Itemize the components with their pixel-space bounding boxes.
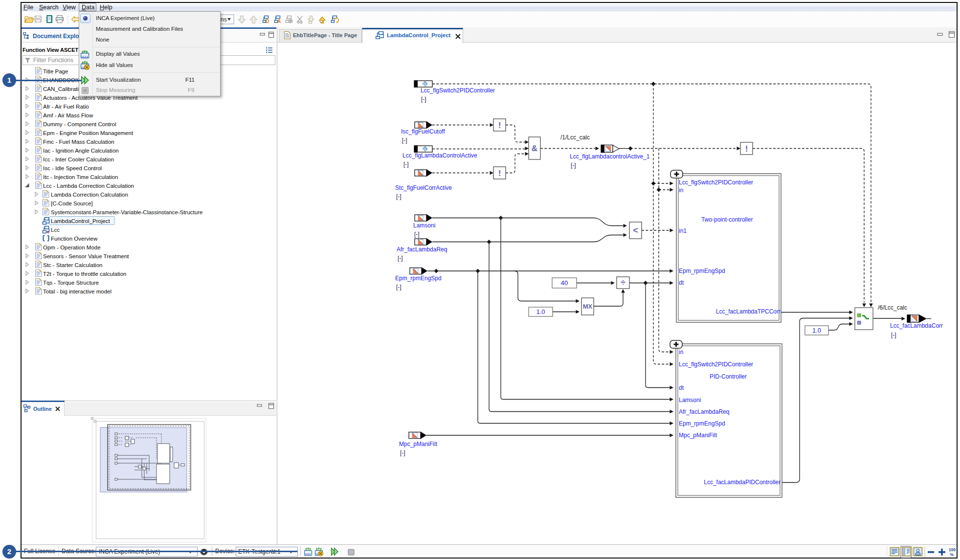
svg-text:Icc - Inter Cooler Calculation: Icc - Inter Cooler Calculation	[43, 157, 114, 162]
svg-text:Dummy - Component Control: Dummy - Component Control	[43, 121, 116, 127]
svg-text:Sensors - Sensor Value Treatme: Sensors - Sensor Value Treatment	[43, 253, 129, 259]
svg-text:[-]: [-]	[571, 162, 576, 169]
svg-text:/6/Lcc_calc: /6/Lcc_calc	[878, 304, 907, 311]
svg-text:Two-point-controller: Two-point-controller	[701, 216, 753, 223]
svg-text:Lambda Correction Calculation: Lambda Correction Calculation	[51, 192, 128, 198]
svg-text:[-]: [-]	[403, 161, 409, 168]
svg-text:Lcc_facLambdaPIDController: Lcc_facLambdaPIDController	[704, 479, 781, 486]
svg-text:dt: dt	[679, 384, 684, 391]
svg-text:[C-Code Source]: [C-Code Source]	[51, 201, 93, 206]
svg-text:Lamsoni: Lamsoni	[413, 222, 435, 229]
svg-text:%: %	[950, 552, 954, 557]
svg-text:Mpc_pManiFilt: Mpc_pManiFilt	[679, 432, 717, 439]
svg-text:Lcc_facLambdaCorr: Lcc_facLambdaCorr	[890, 322, 943, 329]
svg-text:[-]: [-]	[396, 193, 402, 200]
svg-text:Isc_flgFuelCutoff: Isc_flgFuelCutoff	[401, 128, 445, 135]
svg-text:in: in	[679, 349, 683, 356]
svg-text:Opm - Operation Mode: Opm - Operation Mode	[43, 245, 101, 250]
svg-text:Isc - Idle Speed Control: Isc - Idle Speed Control	[43, 165, 102, 171]
svg-text:LambdaControl_Project: LambdaControl_Project	[51, 218, 111, 224]
svg-text:1.0: 1.0	[812, 327, 821, 334]
svg-text:[-]: [-]	[396, 284, 402, 291]
svg-text:÷: ÷	[621, 278, 625, 288]
svg-text:ns: ns	[221, 16, 227, 23]
svg-text:D: D	[266, 19, 269, 24]
svg-text:MX: MX	[583, 303, 593, 310]
svg-text:Epm_rpmEngSpd: Epm_rpmEngSpd	[679, 268, 725, 274]
svg-text:1.0: 1.0	[536, 308, 545, 315]
svg-text:Epm - Engine Position Manageme: Epm - Engine Position Management	[43, 130, 134, 136]
svg-text:[-]: [-]	[400, 449, 405, 456]
svg-text:Stc_flgFuelCorrActive: Stc_flgFuelCorrActive	[395, 184, 452, 191]
svg-text:T2t - Torque to throttle calcu: T2t - Torque to throttle calculation	[43, 271, 126, 277]
svg-text:Lcc: Lcc	[51, 227, 60, 233]
svg-text:Lcc_flgLambdacontrolActive_1: Lcc_flgLambdacontrolActive_1	[570, 153, 650, 160]
svg-text:<: <	[633, 225, 638, 235]
svg-text:Afr_facLambdaReq: Afr_facLambdaReq	[679, 408, 729, 415]
svg-text:Afr_facLambdaReq: Afr_facLambdaReq	[397, 246, 447, 253]
svg-text:Lcc - Lambda Correction Calcul: Lcc - Lambda Correction Calculation	[43, 183, 134, 189]
svg-text:/1/Lcc_calc: /1/Lcc_calc	[560, 134, 590, 141]
svg-text:A: A	[277, 19, 281, 24]
svg-text:Amf - Air Mass Flow: Amf - Air Mass Flow	[43, 112, 93, 118]
svg-text:Tqs - Torque Structure: Tqs - Torque Structure	[43, 280, 99, 286]
svg-text:Lamsoni: Lamsoni	[679, 397, 701, 403]
svg-text:c: c	[47, 229, 49, 234]
svg-text:Epm_rpmEngSpd: Epm_rpmEngSpd	[395, 275, 442, 282]
svg-text:PID-Controller: PID-Controller	[710, 373, 747, 380]
svg-text:100: 100	[949, 547, 956, 552]
svg-text:Title Page: Title Page	[43, 68, 68, 74]
svg-text:[-]: [-]	[402, 137, 407, 144]
svg-text:Lcc_facLambdaTPCCorr: Lcc_facLambdaTPCCorr	[716, 308, 781, 315]
svg-text:[-]: [-]	[891, 332, 896, 338]
svg-text:[-]: [-]	[414, 231, 420, 238]
svg-text:Itc - Injection Time Calculati: Itc - Injection Time Calculation	[43, 174, 118, 180]
svg-text:Afr - Air Fuel Ratio: Afr - Air Fuel Ratio	[43, 104, 89, 110]
svg-text:Lcc_flgSwitch2PIDController: Lcc_flgSwitch2PIDController	[421, 87, 495, 94]
svg-text:!: !	[745, 144, 748, 154]
svg-text:Iac - Ignition Angle Calculati: Iac - Ignition Angle Calculation	[43, 148, 119, 154]
svg-text:Lcc_flgLambdaControlActive: Lcc_flgLambdaControlActive	[402, 152, 477, 159]
svg-text:[-]: [-]	[398, 255, 403, 262]
svg-text:[-]: [-]	[421, 96, 426, 103]
svg-text:in: in	[679, 187, 683, 194]
svg-text:in1: in1	[679, 227, 687, 234]
svg-text:!: !	[498, 121, 501, 130]
svg-text:Systemconstant-Parameter-Varia: Systemconstant-Parameter-Variable-Classi…	[51, 209, 202, 215]
svg-text:Stc - Starter Calculation: Stc - Starter Calculation	[43, 262, 102, 268]
svg-text:dt: dt	[679, 279, 684, 286]
svg-text:Lcc_flgSwitch2PIDController: Lcc_flgSwitch2PIDController	[679, 179, 753, 186]
svg-text:Total - big interactive model: Total - big interactive model	[43, 289, 112, 294]
svg-text:Epm_rpmEngSpd: Epm_rpmEngSpd	[679, 420, 725, 427]
svg-text:Fmc - Fuel Mass Calculation: Fmc - Fuel Mass Calculation	[43, 139, 114, 145]
svg-text:40: 40	[561, 279, 568, 287]
svg-text:&: &	[532, 144, 537, 153]
svg-text:!: !	[498, 169, 501, 178]
svg-text:Mpc_pManiFilt: Mpc_pManiFilt	[399, 441, 438, 448]
svg-text:Function Overview: Function Overview	[51, 236, 98, 242]
svg-text:Lcc_flgSwitch2PIDController: Lcc_flgSwitch2PIDController	[679, 361, 753, 368]
